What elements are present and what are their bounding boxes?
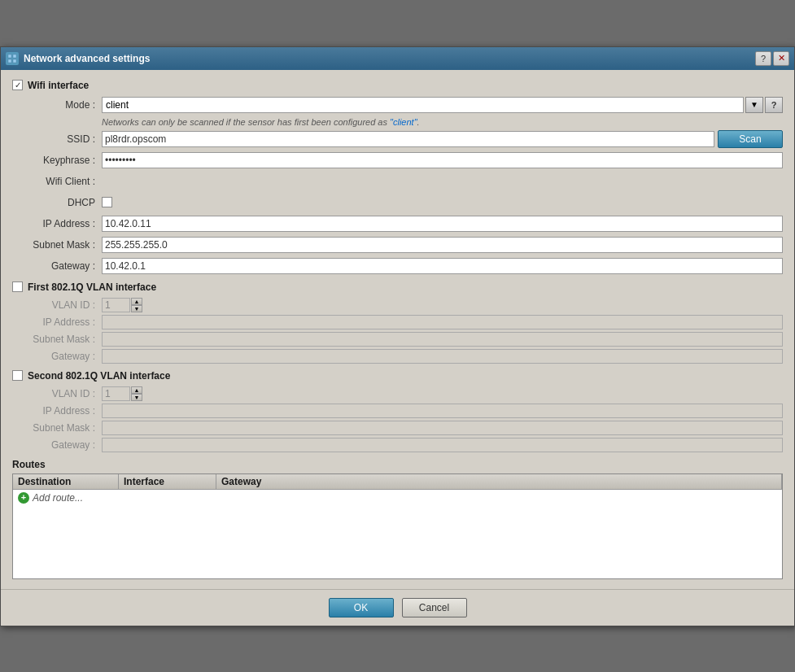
col-destination: Destination xyxy=(13,474,119,489)
wifi-client-label: Wifi Client : xyxy=(20,176,102,187)
vlan2-gateway-input xyxy=(102,438,783,452)
gateway-label: Gateway : xyxy=(20,260,102,272)
vlan2-subnet-label: Subnet Mask : xyxy=(20,422,102,434)
vlan2-id-label: VLAN ID : xyxy=(20,388,102,399)
ssid-row: SSID : Scan xyxy=(20,130,783,148)
close-button[interactable]: ✕ xyxy=(773,51,789,66)
vlan2-spin-up: ▲ xyxy=(131,386,142,394)
info-text-content: Networks can only be scanned if the sens… xyxy=(102,117,387,127)
vlan1-subnet-input xyxy=(102,332,783,347)
ip-row: IP Address : xyxy=(20,215,783,233)
subnet-input[interactable] xyxy=(102,237,783,253)
vlan1-id-input xyxy=(102,298,130,312)
vlan1-gateway-label: Gateway : xyxy=(20,351,102,362)
title-buttons: ? ✕ xyxy=(755,51,789,66)
vlan1-id-row: VLAN ID : ▲ ▼ xyxy=(20,298,783,312)
vlan2-ip-row: IP Address : xyxy=(20,404,783,418)
mode-dropdown-button[interactable]: ▼ xyxy=(745,97,763,113)
col-interface: Interface xyxy=(119,474,216,489)
window-icon xyxy=(6,52,19,65)
vlan1-id-label: VLAN ID : xyxy=(20,299,102,311)
mode-controls: client ▼ ? xyxy=(102,97,783,113)
main-window: Network advanced settings ? ✕ Wifi inter… xyxy=(0,46,795,626)
gateway-row: Gateway : xyxy=(20,257,783,275)
col-gateway: Gateway xyxy=(216,474,782,489)
vlan2-id-input xyxy=(102,386,130,401)
vlan1-title: First 802.1Q VLAN interface xyxy=(28,281,156,293)
mode-label: Mode : xyxy=(20,99,102,111)
scan-button[interactable]: Scan xyxy=(718,130,783,148)
wifi-form: Mode : client ▼ ? Networks can only be s… xyxy=(12,96,783,275)
svg-rect-0 xyxy=(8,55,11,58)
keyphrase-row: Keyphrase : xyxy=(20,151,783,169)
vlan1-spinner: ▲ ▼ xyxy=(131,298,142,312)
ssid-label: SSID : xyxy=(20,133,102,145)
vlan2-subnet-row: Subnet Mask : xyxy=(20,421,783,435)
vlan2-ip-input xyxy=(102,404,783,418)
vlan1-ip-label: IP Address : xyxy=(20,316,102,328)
dhcp-checkbox[interactable] xyxy=(102,197,112,207)
vlan2-id-row: VLAN ID : ▲ ▼ xyxy=(20,386,783,401)
add-route-row[interactable]: + Add route... xyxy=(13,490,782,506)
wifi-section: Wifi interface Mode : client ▼ ? xyxy=(12,80,783,275)
title-bar-left: Network advanced settings xyxy=(6,52,150,65)
cancel-button[interactable]: Cancel xyxy=(402,598,467,617)
subnet-row: Subnet Mask : xyxy=(20,236,783,254)
ok-button[interactable]: OK xyxy=(329,598,394,617)
wifi-checkbox[interactable] xyxy=(12,80,23,90)
routes-title: Routes xyxy=(12,459,783,470)
info-link: "client" xyxy=(390,117,417,127)
vlan2-spinner: ▲ ▼ xyxy=(131,386,142,401)
vlan2-spin-down: ▼ xyxy=(131,394,142,401)
vlan2-section: Second 802.1Q VLAN interface VLAN ID : ▲… xyxy=(12,370,783,452)
window-title: Network advanced settings xyxy=(24,53,150,64)
wifi-section-title: Wifi interface xyxy=(28,80,89,91)
dhcp-row: DHCP xyxy=(20,194,783,212)
vlan1-checkbox[interactable] xyxy=(12,281,23,292)
help-title-button[interactable]: ? xyxy=(755,51,771,66)
vlan2-form: VLAN ID : ▲ ▼ IP Address : Subnet Mask : xyxy=(12,386,783,452)
vlan2-gateway-row: Gateway : xyxy=(20,438,783,452)
title-bar: Network advanced settings ? ✕ xyxy=(1,47,794,70)
keyphrase-input[interactable] xyxy=(102,152,783,168)
vlan1-subnet-row: Subnet Mask : xyxy=(20,332,783,347)
ip-label: IP Address : xyxy=(20,218,102,229)
add-route-text[interactable]: Add route... xyxy=(33,492,83,504)
routes-table-header: Destination Interface Gateway xyxy=(13,474,782,490)
vlan1-gateway-input xyxy=(102,349,783,364)
ip-input[interactable] xyxy=(102,216,783,232)
content-area: Wifi interface Mode : client ▼ ? xyxy=(1,70,794,589)
svg-rect-3 xyxy=(13,59,16,63)
vlan1-ip-input xyxy=(102,315,783,329)
wifi-client-row: Wifi Client : xyxy=(20,172,783,190)
vlan1-spin-up: ▲ xyxy=(131,298,142,305)
footer: OK Cancel xyxy=(1,589,794,626)
mode-display: client xyxy=(102,97,744,113)
vlan1-gateway-row: Gateway : xyxy=(20,349,783,364)
gateway-input[interactable] xyxy=(102,258,783,274)
vlan1-ip-row: IP Address : xyxy=(20,315,783,329)
vlan1-subnet-label: Subnet Mask : xyxy=(20,334,102,345)
svg-rect-2 xyxy=(8,59,11,63)
vlan2-gateway-label: Gateway : xyxy=(20,439,102,451)
vlan2-subnet-input xyxy=(102,421,783,435)
routes-section: Routes Destination Interface Gateway + A… xyxy=(12,459,783,579)
svg-rect-1 xyxy=(13,55,16,58)
vlan2-checkbox[interactable] xyxy=(12,370,23,381)
vlan2-header: Second 802.1Q VLAN interface xyxy=(12,370,783,382)
wifi-section-header: Wifi interface xyxy=(12,80,783,91)
vlan1-section: First 802.1Q VLAN interface VLAN ID : ▲ … xyxy=(12,281,783,364)
vlan2-title: Second 802.1Q VLAN interface xyxy=(28,370,170,382)
ssid-controls: Scan xyxy=(102,130,783,148)
mode-row: Mode : client ▼ ? xyxy=(20,96,783,114)
add-route-icon[interactable]: + xyxy=(18,492,29,504)
mode-info-text: Networks can only be scanned if the sens… xyxy=(20,117,783,127)
vlan2-ip-label: IP Address : xyxy=(20,405,102,417)
subnet-label: Subnet Mask : xyxy=(20,239,102,251)
vlan1-spin-down: ▼ xyxy=(131,305,142,312)
ssid-input[interactable] xyxy=(102,131,714,147)
dhcp-label: DHCP xyxy=(20,197,102,208)
vlan1-form: VLAN ID : ▲ ▼ IP Address : Subnet Mask : xyxy=(12,298,783,364)
keyphrase-label: Keyphrase : xyxy=(20,155,102,166)
mode-help-button[interactable]: ? xyxy=(765,97,783,113)
